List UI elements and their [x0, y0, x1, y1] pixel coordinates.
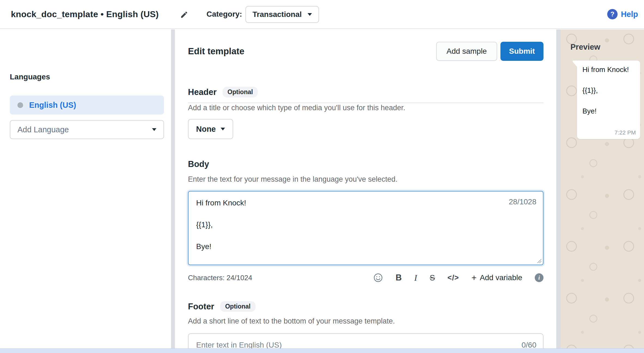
characters-count: Characters: 24/1024	[188, 274, 252, 282]
header-section-description: Add a title or choose which type of medi…	[188, 104, 405, 112]
body-section-title-row: Body	[188, 159, 209, 169]
submit-button[interactable]: Submit	[500, 42, 543, 61]
strikethrough-icon[interactable]: S	[430, 273, 435, 282]
preview-panel: Preview Hi from Knock! {{1}}, Bye! 7:22 …	[561, 29, 644, 353]
pencil-icon	[180, 11, 188, 19]
main-scrollbar[interactable]	[556, 29, 561, 353]
bold-icon[interactable]: B	[396, 273, 402, 283]
language-status-dot	[17, 102, 23, 108]
info-icon[interactable]: i	[535, 273, 543, 282]
body-textarea[interactable]: Hi from Knock! {{1}}, Bye!	[188, 191, 543, 265]
optional-badge: Optional	[223, 87, 258, 97]
body-section-title: Body	[188, 159, 209, 169]
bubble-line: Hi from Knock!	[582, 65, 635, 74]
add-language-label: Add Language	[17, 125, 69, 134]
language-label: English (US)	[29, 101, 76, 110]
bottom-highlight-band	[0, 348, 644, 353]
editor-header-row: Edit template Add sample Submit	[188, 42, 543, 61]
preview-heading: Preview	[570, 43, 600, 52]
add-variable-button[interactable]: + Add variable	[472, 273, 522, 283]
category-dropdown[interactable]: Transactional	[245, 6, 319, 23]
chevron-down-icon	[308, 13, 312, 16]
edit-title-button[interactable]	[178, 8, 191, 21]
footer-section-title-row: Footer Optional	[188, 301, 256, 312]
help-link[interactable]: ? Help	[607, 0, 638, 28]
header-type-dropdown[interactable]: None	[188, 119, 233, 139]
languages-heading: Languages	[10, 73, 50, 81]
add-variable-label: Add variable	[480, 273, 522, 282]
section-divider	[188, 103, 543, 103]
whatsapp-message-bubble: Hi from Knock! {{1}}, Bye! 7:22 PM	[577, 61, 640, 139]
sidebar-item-english-us[interactable]: English (US)	[10, 95, 164, 115]
help-icon: ?	[607, 9, 618, 19]
optional-badge: Optional	[220, 301, 255, 312]
help-label: Help	[621, 10, 638, 19]
bubble-line: Bye!	[582, 106, 635, 116]
header-section-title-row: Header Optional	[188, 87, 258, 97]
italic-icon[interactable]: I	[414, 273, 417, 283]
add-language-dropdown[interactable]: Add Language	[10, 120, 164, 139]
category-value: Transactional	[253, 10, 302, 19]
add-sample-button[interactable]: Add sample	[436, 42, 497, 61]
page-title: knock_doc_template • English (US)	[11, 0, 159, 28]
body-textarea-wrap: Hi from Knock! {{1}}, Bye! 28/1028	[188, 191, 543, 265]
footer-section-description: Add a short line of text to the bottom o…	[188, 317, 395, 325]
template-editor-screen: knock_doc_template • English (US) Catego…	[0, 0, 644, 353]
code-icon[interactable]: </>	[448, 274, 459, 282]
footer-section-title: Footer	[188, 302, 214, 312]
header-section-title: Header	[188, 87, 217, 97]
top-bar: knock_doc_template • English (US) Catego…	[0, 0, 644, 29]
bubble-line: {{1}},	[582, 86, 635, 95]
emoji-icon[interactable]	[373, 273, 383, 283]
body-toolbar: Characters: 24/1024 B I S </> + Add vari	[188, 271, 543, 284]
chevron-down-icon	[152, 128, 156, 131]
header-type-value: None	[196, 125, 216, 134]
plus-icon: +	[472, 273, 477, 283]
chevron-down-icon	[221, 128, 225, 130]
category-label: Category:	[206, 0, 242, 28]
message-timestamp: 7:22 PM	[615, 129, 636, 136]
body-section-description: Enter the text for your message in the l…	[188, 175, 397, 184]
sidebar-scrollbar[interactable]	[171, 29, 175, 353]
languages-sidebar: Languages English (US) Add Language	[0, 29, 171, 353]
edit-template-panel: Edit template Add sample Submit Header O…	[175, 29, 556, 353]
